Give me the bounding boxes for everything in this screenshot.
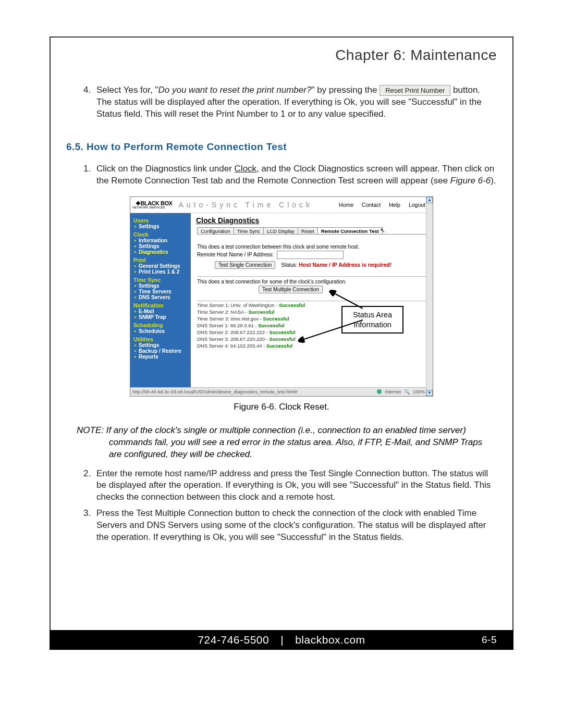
tab[interactable]: Configuration bbox=[197, 227, 234, 234]
step-1: Click on the Diagnostics link under Cloc… bbox=[93, 163, 497, 187]
test-single-connection-button[interactable]: Test Single Connection bbox=[215, 261, 275, 269]
panel-title: Clock Diagnostics bbox=[196, 216, 427, 225]
nav-item[interactable]: Print Lines 1 & 2 bbox=[139, 269, 188, 275]
nav-heading: Print bbox=[133, 257, 188, 263]
logo-subtitle: NETWORK SERVICES bbox=[132, 206, 175, 209]
section-heading: 6.5. How to Perform Remote Connection Te… bbox=[66, 141, 497, 153]
footer-sep: | bbox=[280, 634, 284, 646]
result-status: Successful bbox=[269, 336, 295, 342]
nav-item[interactable]: Reports bbox=[139, 354, 188, 360]
page-number: 6-5 bbox=[482, 634, 497, 646]
tab[interactable]: Time Sync bbox=[234, 227, 264, 234]
status-message: Host Name / IP Address is required! bbox=[299, 262, 391, 268]
result-label: Time Server 1: Univ. of Washington - bbox=[197, 302, 279, 308]
tab[interactable]: LCD Display bbox=[263, 227, 298, 234]
test-multiple-connection-button[interactable]: Test Multiple Connection bbox=[259, 286, 323, 293]
header-link-help[interactable]: Help bbox=[389, 202, 400, 208]
step4-text-pre: Select Yes for, " bbox=[96, 85, 158, 95]
nav-item[interactable]: Schedules bbox=[139, 328, 188, 334]
screenshot-figure: ❖BLACK BOX NETWORK SERVICES Auto-Sync Ti… bbox=[130, 196, 433, 397]
step4-question: Do you want to reset the print number? bbox=[158, 85, 312, 95]
sidebar-nav: UsersSettingsClockInformationSettingsDia… bbox=[130, 213, 191, 387]
step-2: Enter the remote host name/IP address an… bbox=[93, 468, 497, 504]
nav-item[interactable]: General Settings bbox=[139, 263, 188, 269]
result-status: Successful bbox=[248, 309, 274, 315]
result-line: DNS Server 3: 208.67.220.220 - Successfu… bbox=[197, 336, 427, 342]
nav-item[interactable]: Backup / Restore bbox=[139, 348, 188, 354]
header-link-logout[interactable]: Logout bbox=[409, 202, 425, 208]
step4-text-between: " by pressing the bbox=[311, 85, 380, 95]
tab[interactable]: Remote Connection Test bbox=[317, 227, 383, 234]
nav-heading: Time Sync bbox=[133, 277, 188, 283]
step1-figref: Figure 6-6 bbox=[450, 176, 491, 186]
nav-item[interactable]: Information bbox=[139, 238, 188, 243]
nav-item[interactable]: Settings bbox=[139, 224, 188, 229]
nav-heading: Clock bbox=[133, 231, 188, 238]
cursor-icon: ↖ bbox=[380, 230, 385, 237]
header-link-home[interactable]: Home bbox=[339, 202, 353, 208]
step1-tail: ). bbox=[491, 176, 496, 186]
callout-line2: Information bbox=[353, 320, 391, 329]
statusbar-zoom: 100% bbox=[413, 389, 425, 394]
globe-icon bbox=[377, 389, 382, 394]
result-status: Successful bbox=[258, 323, 284, 328]
tab[interactable]: Reset bbox=[298, 227, 318, 234]
result-label: Time Server 3: time.nist.gov - bbox=[197, 316, 263, 322]
footer-band: 724-746-5500 | blackbox.com 6-5 bbox=[50, 630, 513, 650]
scroll-down-icon[interactable]: ▼ bbox=[426, 390, 433, 396]
result-label: DNS Server 4: 64.102.255.44 - bbox=[197, 343, 266, 349]
divider bbox=[197, 276, 426, 277]
step-4: Select Yes for, "Do you want to reset th… bbox=[93, 84, 497, 120]
note-block: NOTE: If any of the clock's single or mu… bbox=[66, 425, 497, 461]
footer-site: blackbox.com bbox=[295, 634, 365, 646]
app-title: Auto-Sync Time Clock bbox=[175, 201, 339, 209]
scroll-up-icon[interactable]: ▲ bbox=[426, 197, 433, 203]
nav-item[interactable]: SNMP Trap bbox=[139, 314, 188, 320]
nav-heading: Scheduling bbox=[133, 322, 188, 328]
desc-single: This does a test connection between this… bbox=[197, 244, 427, 250]
statusbar-url: http://00-40-9d-3c-03-e8.local/US/Admin/… bbox=[132, 389, 298, 394]
status-label: Status: bbox=[281, 262, 297, 268]
nav-item[interactable]: DNS Servers bbox=[139, 294, 188, 300]
result-label: DNS Server 2: 208.67.222.222 - bbox=[197, 329, 269, 335]
statusbar-net: Internet bbox=[385, 389, 401, 394]
nav-item[interactable]: E-Mail bbox=[139, 309, 188, 314]
footer-phone: 724-746-5500 bbox=[198, 634, 269, 646]
result-line: DNS Server 4: 64.102.255.44 - Successful bbox=[197, 343, 427, 349]
nav-item[interactable]: Settings bbox=[139, 342, 188, 348]
callout-line1: Status Area bbox=[353, 311, 392, 319]
step1-clock-word: Clock bbox=[235, 164, 257, 174]
callout-status-area: Status Area Information bbox=[341, 306, 403, 334]
result-status: Successful bbox=[266, 343, 292, 349]
divider bbox=[197, 301, 426, 301]
header-link-contact[interactable]: Contact bbox=[362, 202, 381, 208]
figure-caption: Figure 6-6. Clock Reset. bbox=[66, 402, 497, 412]
note-lead: NOTE: bbox=[77, 425, 104, 435]
result-status: Successful bbox=[269, 329, 295, 335]
result-label: Time Server 2: NASA - bbox=[197, 309, 248, 315]
result-label: DNS Server 1: 66.28.0.61 - bbox=[197, 323, 258, 328]
nav-item[interactable]: Time Servers bbox=[139, 289, 188, 294]
ip-input[interactable] bbox=[277, 251, 344, 259]
zoom-icon[interactable]: 🔍 bbox=[404, 389, 410, 394]
result-status: Successful bbox=[279, 302, 305, 308]
nav-heading: Notification bbox=[133, 302, 188, 309]
step-3: Press the Test Multiple Connection butto… bbox=[93, 508, 497, 544]
note-body: If any of the clock's single or multiple… bbox=[104, 425, 482, 459]
nav-heading: Users bbox=[133, 217, 188, 224]
result-status: Successful bbox=[263, 316, 289, 322]
reset-print-number-button[interactable]: Reset Print Number bbox=[380, 85, 450, 96]
ip-label: Remote Host Name / IP Address: bbox=[197, 251, 274, 257]
result-label: DNS Server 3: 208.67.220.220 - bbox=[197, 336, 269, 342]
nav-heading: Utilities bbox=[133, 336, 188, 342]
desc-multi: This does a test connection for some of … bbox=[197, 279, 427, 285]
nav-item[interactable]: Diagnostics bbox=[139, 249, 188, 255]
nav-item[interactable]: Settings bbox=[139, 283, 188, 289]
scrollbar[interactable]: ▲ ▼ bbox=[426, 197, 433, 396]
nav-item[interactable]: Settings bbox=[139, 243, 188, 249]
step1-pre: Click on the Diagnostics link under bbox=[96, 164, 235, 174]
chapter-title: Chapter 6: Maintenance bbox=[66, 47, 497, 64]
